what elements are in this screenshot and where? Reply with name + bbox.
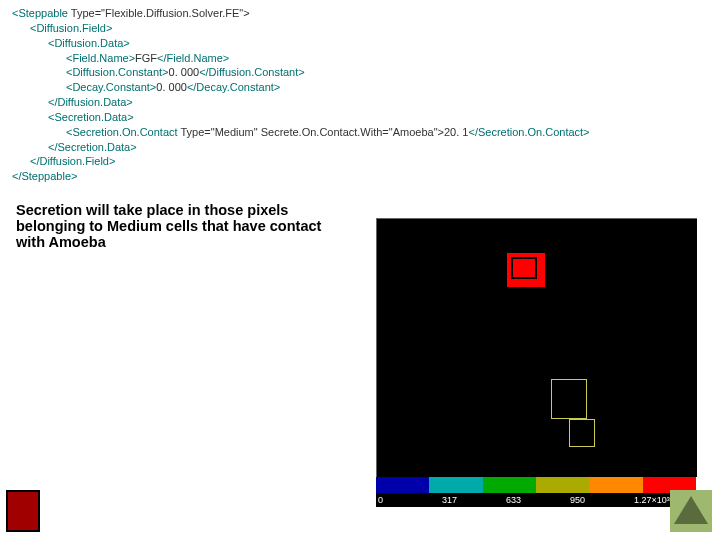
description-text: Secretion will take place in those pixel…	[0, 188, 346, 250]
iu-logo-icon	[6, 490, 42, 534]
code-tag: </Diffusion.Data>	[48, 96, 133, 108]
code-tag: <Diffusion.Constant>	[66, 66, 169, 78]
colorbar-ticks: 0 317 633 950 1.27×10³	[376, 493, 696, 507]
code-tag: </Decay.Constant>	[187, 81, 280, 93]
code-tag: <Secretion.Data>	[48, 111, 134, 123]
tick-label: 317	[440, 495, 504, 505]
code-tag: </Diffusion.Field>	[30, 155, 115, 167]
code-text: 0. 000	[169, 66, 200, 78]
colorbar-segment	[429, 477, 482, 493]
colorbar	[376, 477, 696, 493]
simulation-canvas	[376, 218, 697, 477]
code-text: 0. 000	[156, 81, 187, 93]
colorbar-segment	[589, 477, 642, 493]
xml-code-block: <Steppable Type="Flexible.Diffusion.Solv…	[0, 0, 720, 188]
medium-cell	[551, 379, 587, 419]
tick-label: 633	[504, 495, 568, 505]
code-attr: Type="Flexible.Diffusion.Solver.FE">	[68, 7, 250, 19]
code-text: 20. 1	[444, 126, 468, 138]
tick-label: 0	[376, 495, 440, 505]
colorbar-segment	[483, 477, 536, 493]
code-tag: <Field.Name>	[66, 52, 135, 64]
code-tag: </Secretion.Data>	[48, 141, 137, 153]
colorbar-segment	[376, 477, 429, 493]
code-tag: <Diffusion.Field>	[30, 22, 112, 34]
code-attr: Type="Medium" Secrete.On.Contact.With="A…	[178, 126, 444, 138]
code-tag: </Field.Name>	[157, 52, 229, 64]
simulation-figure: 0 317 633 950 1.27×10³	[376, 218, 696, 507]
tick-label: 950	[568, 495, 632, 505]
code-text: FGF	[135, 52, 157, 64]
amoeba-cell	[507, 253, 545, 287]
code-tag: </Steppable>	[12, 170, 77, 182]
code-tag: <Secretion.On.Contact	[66, 126, 178, 138]
code-tag: </Secretion.On.Contact>	[468, 126, 589, 138]
colorbar-segment	[536, 477, 589, 493]
compucell-logo-icon	[670, 490, 712, 532]
code-tag: <Steppable	[12, 7, 68, 19]
medium-cell	[569, 419, 595, 447]
code-tag: </Diffusion.Constant>	[199, 66, 305, 78]
code-tag: <Diffusion.Data>	[48, 37, 130, 49]
code-tag: <Decay.Constant>	[66, 81, 156, 93]
